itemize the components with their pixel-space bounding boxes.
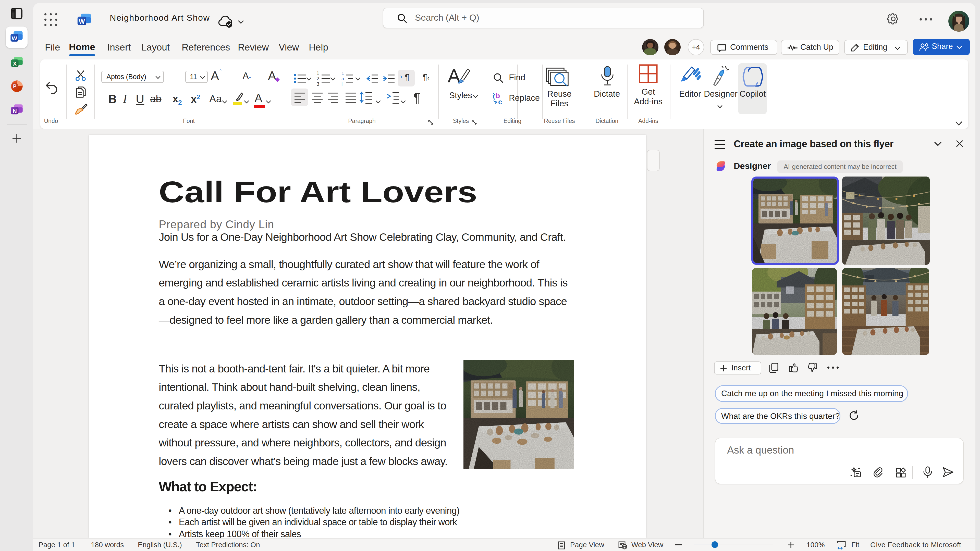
svg-text:c: c (498, 98, 502, 105)
svg-text:W: W (12, 35, 18, 41)
svg-text:N: N (13, 108, 17, 114)
svg-text:X: X (13, 60, 17, 67)
svg-text:P: P (13, 83, 16, 89)
svg-text:W: W (79, 18, 85, 25)
